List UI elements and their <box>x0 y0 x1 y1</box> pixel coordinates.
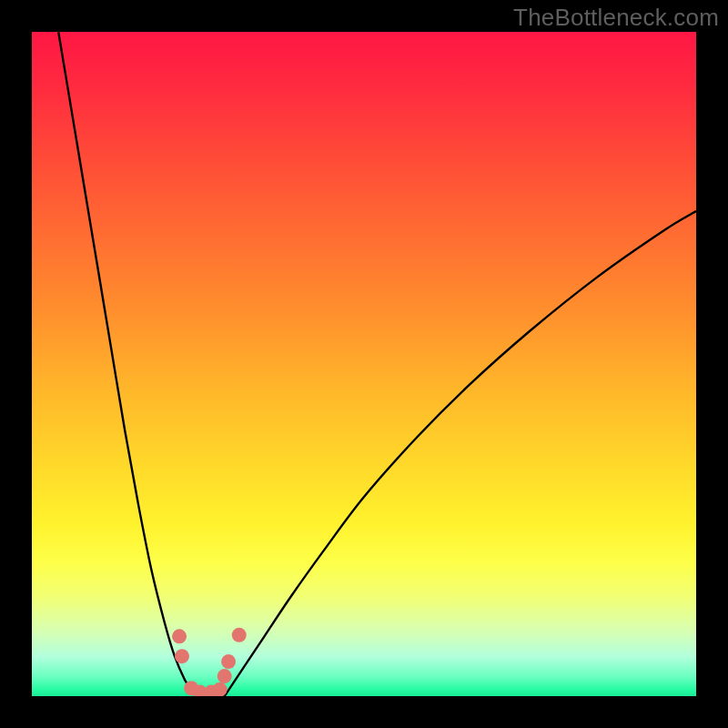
chart-stage: TheBottleneck.com <box>0 0 728 728</box>
valley-dots-group <box>172 628 247 696</box>
curve-right <box>225 211 696 696</box>
plot-area <box>32 32 696 696</box>
valley-dot <box>217 669 232 683</box>
watermark-text: TheBottleneck.com <box>513 4 719 32</box>
valley-dot <box>172 629 187 643</box>
curve-layer <box>32 32 696 696</box>
valley-dot <box>221 654 236 669</box>
valley-dot <box>213 682 228 696</box>
valley-dot <box>232 628 247 642</box>
curve-left <box>58 32 197 696</box>
valley-dot <box>175 649 189 663</box>
